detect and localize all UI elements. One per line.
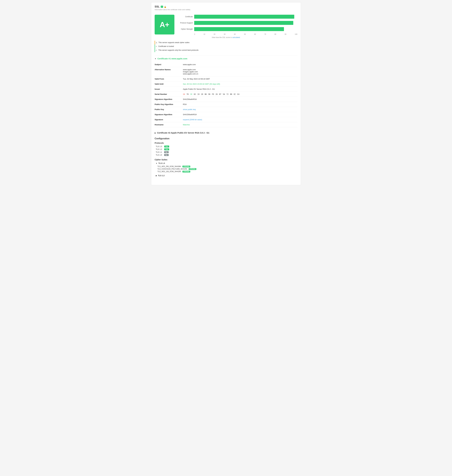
- notice-success-protocol: ✓ This server supports only the current …: [155, 48, 297, 52]
- cert-key-issuer: Issuer: [155, 87, 183, 92]
- protocol-row-tls12: TLS 1.2 Yes: [155, 148, 297, 150]
- protocol-name-tls13: TLS 1.3: [156, 145, 163, 147]
- cert1-header[interactable]: ▼ Certificate #1 www.apple.com: [155, 56, 297, 60]
- serial-hex: 2A 70 C0 82 19 20 B6 96 FD 26 B7 5A 72: [183, 93, 240, 95]
- success-icon-2: ✓: [156, 49, 157, 51]
- collapse-icon-cert1: ▼: [155, 58, 156, 60]
- protocol-row-tls10: TLS 1.0 No: [155, 154, 297, 156]
- chart-caption: View how the SSL score is calculated.: [155, 36, 297, 39]
- warning-icon: ⚠: [156, 41, 157, 44]
- page-title: SSL: [155, 5, 160, 8]
- chart-row-certificate: Certificate: [179, 15, 297, 19]
- cert1-table: Subject www.apple.com Alternative Names …: [155, 62, 297, 127]
- cert-row-serial: Serial Number 2A 70 C0 82 19 20 B6 96 FD…: [155, 92, 297, 97]
- tls12-group-header[interactable]: ▶ TLS 1.2: [156, 174, 297, 177]
- protocols-title: Protocols: [155, 142, 297, 144]
- header-subtitle: Information about the certificate chain …: [155, 9, 297, 10]
- tls13-group-header[interactable]: ▼ TLS 1.3: [156, 162, 297, 164]
- protocol-name-tls10: TLS 1.0: [156, 154, 163, 156]
- collapse-icon-tls13: ▼: [156, 163, 157, 164]
- cert-val-pubkey-alg: RSA: [183, 102, 297, 107]
- cert-key-valid-from: Valid From: [155, 76, 183, 81]
- cert-val-valid-until: Sat, 28 Oct 2023 23:09:18 GMT (50 days l…: [183, 81, 297, 87]
- cert-row-subject: Subject www.apple.com: [155, 62, 297, 67]
- cipher-item-aes128: TLS_AES_128_GCM_SHA256 STRONG: [156, 171, 297, 172]
- cert-row-pubkey: Public Key show public key: [155, 107, 297, 112]
- chart-bar-container-cipher: [194, 27, 297, 31]
- check-badge: ✓: [161, 6, 163, 8]
- notice-success-text-2: This server supports only the current be…: [158, 49, 199, 51]
- show-public-key-link[interactable]: show public key: [183, 108, 196, 111]
- cert2-header-text: Certificate #2 Apple Public EV Server RS…: [157, 132, 209, 134]
- protocol-row-tls13: TLS 1.3 Yes: [155, 145, 297, 147]
- cert-key-pubkey: Public Key: [155, 107, 183, 112]
- hostname-matches: Matches: [183, 124, 190, 126]
- cert-row-pubkey-alg: Public Key Algorithm RSA: [155, 102, 297, 107]
- chart-bar-container-certificate: [194, 15, 297, 19]
- calculated-link[interactable]: calculated.: [232, 36, 240, 39]
- notices-section: ⚠ This server supports weak cipher suite…: [155, 41, 297, 52]
- cert-row-sig-alg-1: Signature Algorithm SHA256withRSA: [155, 97, 297, 102]
- cert-row-signature: Signature expand (2048 bit value): [155, 117, 297, 122]
- cipher-item-chacha20: TLS_CHACHA20_POLY1305_SHA256 STRONG: [156, 168, 297, 170]
- chart-row-protocol: Protocol Support: [179, 21, 297, 25]
- cert-val-sig-alg-1: SHA256withRSA: [183, 97, 297, 102]
- chart-bar-container-protocol: [194, 21, 297, 25]
- cert-row-sig-alg-2: Signature Algorithm SHA256withRSA: [155, 112, 297, 117]
- axis-labels: 0 10 20 30 40 50 60 70 80 90 100: [194, 33, 297, 35]
- chart-bar-cipher: [194, 27, 284, 31]
- header-icons: ✓ 🔒: [161, 6, 166, 8]
- cert2-header[interactable]: ▶ Certificate #2 Apple Public EV Server …: [155, 132, 297, 134]
- cert-val-pubkey: show public key: [183, 107, 297, 112]
- cipher-name-aes256: TLS_AES_256_GCM_SHA384: [157, 165, 181, 167]
- cert-key-subject: Subject: [155, 62, 183, 67]
- notice-warning-cipher: ⚠ This server supports weak cipher suite…: [155, 41, 297, 45]
- tls12-group: ▶ TLS 1.2: [155, 174, 297, 177]
- expand-icon-cert2: ▶: [155, 132, 156, 134]
- grade-box: A+: [155, 15, 174, 34]
- cert-val-valid-from: Tue, 02 May 2023 22:59:19 GMT: [183, 76, 297, 81]
- cert-key-altnames: Alternative Names: [155, 67, 183, 76]
- cert-key-sig-alg-1: Signature Algorithm: [155, 97, 183, 102]
- cert-val-altnames: www.apple.com images.apple.com www.apple…: [183, 67, 297, 76]
- chart-section: A+ Certificate Protocol Support Cipher S…: [155, 13, 297, 35]
- protocol-badge-tls12: Yes: [164, 148, 169, 150]
- chart-label-certificate: Certificate: [179, 16, 194, 18]
- cert-row-issuer: Issuer Apple Public EV Server RSA CA 2 -…: [155, 87, 297, 92]
- chart-label-protocol: Protocol Support: [179, 22, 194, 24]
- protocol-name-tls12: TLS 1.2: [156, 148, 163, 150]
- cipher-name-chacha20: TLS_CHACHA20_POLY1305_SHA256: [157, 168, 187, 170]
- cert-key-signature: Signature: [155, 117, 183, 122]
- cert-key-valid-until: Valid Until: [155, 81, 183, 87]
- chart-label-cipher: Cipher Strength: [179, 28, 194, 30]
- cert-val-serial: 2A 70 C0 82 19 20 B6 96 FD 26 B7 5A 72: [183, 92, 297, 97]
- lock-icon: 🔒: [164, 6, 166, 8]
- tls13-group: ▼ TLS 1.3 TLS_AES_256_GCM_SHA384 STRONG …: [155, 162, 297, 172]
- protocol-row-tls11: TLS 1.1 No: [155, 151, 297, 153]
- cert1-header-text: Certificate #1 www.apple.com: [157, 57, 187, 60]
- cipher-suites-title: Cipher Suites: [155, 159, 297, 161]
- protocol-badge-tls11: No: [164, 151, 169, 153]
- cert-row-valid-from: Valid From Tue, 02 May 2023 22:59:19 GMT: [155, 76, 297, 81]
- notice-success-cert: ✓ Certificate is trusted: [155, 45, 297, 48]
- cert-key-sig-alg-2: Signature Algorithm: [155, 112, 183, 117]
- ssl-header: SSL ✓ 🔒: [155, 5, 297, 8]
- expand-signature-link[interactable]: expand (2048 bit value): [183, 119, 202, 121]
- cipher-badge-aes256: STRONG: [182, 165, 190, 167]
- cert-row-valid-until: Valid Until Sat, 28 Oct 2023 23:09:18 GM…: [155, 81, 297, 87]
- cipher-name-aes128: TLS_AES_128_GCM_SHA256: [157, 171, 181, 172]
- notice-warning-text: This server supports weak cipher suites: [159, 41, 190, 44]
- cert-val-subject: www.apple.com: [183, 62, 297, 67]
- chart-axis: 0 10 20 30 40 50 60 70 80 90 100: [179, 33, 297, 35]
- tls13-group-label: TLS 1.3: [159, 162, 165, 164]
- page-container: SSL ✓ 🔒 Information about the certificat…: [151, 2, 301, 185]
- cert-val-signature: expand (2048 bit value): [183, 117, 297, 122]
- tls12-group-label: TLS 1.2: [158, 174, 165, 177]
- notice-success-text-1: Certificate is trusted: [158, 45, 174, 47]
- cert-key-hostname: Hostname: [155, 122, 183, 127]
- cert-row-altnames: Alternative Names www.apple.com images.a…: [155, 67, 297, 76]
- cert-val-issuer: Apple Public EV Server RSA CA 2 - G1: [183, 87, 297, 92]
- cert-row-hostname: Hostname Matches: [155, 122, 297, 127]
- cipher-badge-chacha20: STRONG: [189, 168, 196, 170]
- chart-area: Certificate Protocol Support Cipher Stre…: [179, 13, 297, 35]
